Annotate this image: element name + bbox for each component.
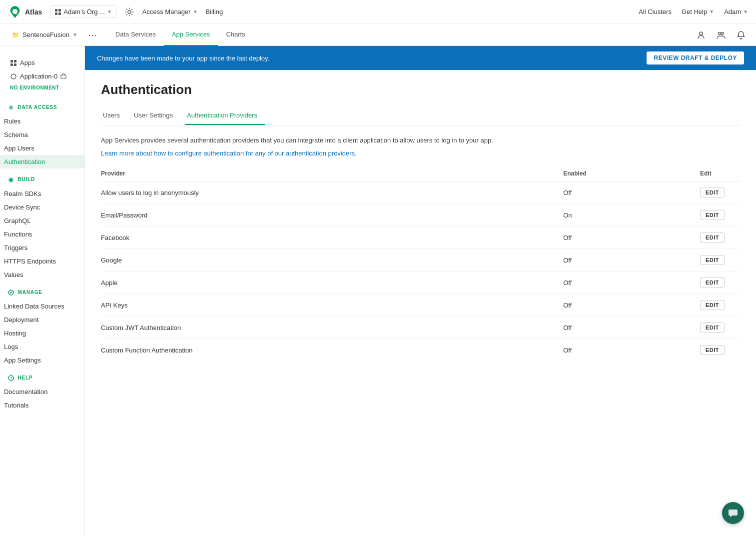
- apps-label: Apps: [20, 59, 35, 66]
- table-row: AppleOffEDIT: [101, 272, 740, 294]
- second-nav-tabs: Data Services App Services Charts: [107, 24, 253, 46]
- tab-app-services[interactable]: App Services: [164, 24, 218, 46]
- access-manager-menu[interactable]: Access Manager ▼: [142, 8, 198, 16]
- tab-user-settings[interactable]: User Settings: [132, 108, 181, 125]
- edit-cell: EDIT: [700, 204, 740, 226]
- sidebar-item-realm-sdks[interactable]: Realm SDKs: [0, 187, 84, 200]
- description-link-para: Learn more about how to configure authen…: [101, 148, 740, 158]
- sidebar-item-documentation[interactable]: Documentation: [0, 385, 84, 398]
- tab-charts[interactable]: Charts: [218, 24, 253, 46]
- person-icon[interactable]: [694, 28, 708, 42]
- sidebar-section-build: BUILD: [0, 168, 84, 186]
- people-icon[interactable]: [714, 28, 728, 42]
- svg-rect-10: [10, 64, 13, 66]
- provider-cell: Allow users to log in anonymously: [101, 182, 563, 204]
- tab-users[interactable]: Users: [101, 108, 128, 125]
- tab-authentication-providers[interactable]: Authentication Providers: [185, 108, 265, 125]
- manage-label: MANAGE: [6, 290, 78, 298]
- sidebar-section-manage: MANAGE: [0, 282, 84, 300]
- edit-button[interactable]: EDIT: [700, 255, 725, 265]
- provider-cell: Custom JWT Authentication: [101, 316, 563, 339]
- table-row: FacebookOffEDIT: [101, 226, 740, 249]
- sidebar-item-authentication[interactable]: Authentication: [0, 155, 84, 168]
- user-menu[interactable]: Adam ▼: [724, 8, 748, 16]
- page-title: Authentication: [101, 82, 740, 98]
- folder-icon: 📁: [12, 32, 19, 38]
- sidebar-item-rules[interactable]: Rules: [0, 114, 84, 128]
- svg-rect-2: [55, 12, 57, 15]
- sidebar-item-linked-data-sources[interactable]: Linked Data Sources: [0, 300, 84, 313]
- svg-rect-13: [61, 75, 66, 78]
- edit-button[interactable]: EDIT: [700, 322, 725, 332]
- enabled-cell: Off: [563, 272, 700, 294]
- edit-cell: EDIT: [700, 272, 740, 294]
- edit-button[interactable]: EDIT: [700, 188, 725, 198]
- sidebar-item-values[interactable]: Values: [0, 268, 84, 282]
- billing-link[interactable]: Billing: [206, 8, 223, 16]
- svg-rect-11: [14, 64, 16, 66]
- edit-cell: EDIT: [700, 249, 740, 272]
- data-access-label: DATA ACCESS: [6, 104, 78, 112]
- access-manager-label: Access Manager: [142, 8, 191, 16]
- chat-button[interactable]: [722, 502, 744, 524]
- all-clusters-link[interactable]: All Clusters: [639, 8, 672, 16]
- edit-cell: EDIT: [700, 339, 740, 362]
- svg-rect-8: [10, 60, 13, 62]
- auth-providers-table: Provider Enabled Edit Allow users to log…: [101, 166, 740, 361]
- edit-header: Edit: [700, 166, 740, 182]
- sidebar-item-app-settings[interactable]: App Settings: [0, 354, 84, 367]
- sidebar-item-deployment[interactable]: Deployment: [0, 313, 84, 326]
- sidebar-item-tutorials[interactable]: Tutorials: [0, 398, 84, 412]
- settings-icon[interactable]: [124, 7, 134, 17]
- sidebar-item-functions[interactable]: Functions: [0, 228, 84, 241]
- sidebar-item-apps[interactable]: Apps: [6, 56, 78, 70]
- edit-button[interactable]: EDIT: [700, 278, 725, 288]
- atlas-logo[interactable]: Atlas: [8, 5, 42, 19]
- sidebar-item-triggers[interactable]: Triggers: [0, 241, 84, 254]
- review-deploy-button[interactable]: REVIEW DRAFT & DEPLOY: [647, 52, 744, 64]
- banner-text: Changes have been made to your app since…: [97, 54, 639, 62]
- provider-cell: Facebook: [101, 226, 563, 249]
- sidebar-item-app-users[interactable]: App Users: [0, 142, 84, 155]
- table-row: GoogleOffEDIT: [101, 249, 740, 272]
- tab-data-services[interactable]: Data Services: [107, 24, 164, 46]
- svg-point-7: [722, 32, 724, 34]
- sidebar-app-name[interactable]: Application-0: [6, 70, 78, 83]
- sidebar-item-schema[interactable]: Schema: [0, 128, 84, 142]
- enabled-cell: Off: [563, 182, 700, 204]
- svg-point-4: [128, 10, 131, 14]
- no-environment[interactable]: NO ENVIRONMENT: [6, 83, 78, 94]
- sidebar-item-device-sync[interactable]: Device Sync: [0, 200, 84, 214]
- enabled-cell: Off: [563, 316, 700, 339]
- table-row: Email/PasswordOnEDIT: [101, 204, 740, 226]
- sidebar-item-graphql[interactable]: GraphQL: [0, 214, 84, 228]
- svg-rect-17: [9, 178, 12, 182]
- provider-cell: Custom Function Authentication: [101, 339, 563, 362]
- edit-button[interactable]: EDIT: [700, 210, 725, 220]
- main-content: Changes have been made to your app since…: [85, 46, 756, 536]
- svg-rect-0: [55, 9, 57, 12]
- table-row: Custom Function AuthenticationOffEDIT: [101, 339, 740, 362]
- app-selector[interactable]: 📁 SentenceFusion ▼: [8, 29, 81, 40]
- more-options-button[interactable]: ⋯: [85, 28, 99, 42]
- sidebar-section-help: ? HELP: [0, 367, 84, 385]
- edit-cell: EDIT: [700, 316, 740, 339]
- sidebar-item-logs[interactable]: Logs: [0, 340, 84, 354]
- edit-cell: EDIT: [700, 294, 740, 316]
- build-label: BUILD: [6, 176, 78, 184]
- org-selector[interactable]: Adam's Org ... ▼: [50, 6, 116, 18]
- provider-cell: Google: [101, 249, 563, 272]
- enabled-cell: On: [563, 204, 700, 226]
- edit-button[interactable]: EDIT: [700, 345, 725, 355]
- get-help-menu[interactable]: Get Help ▼: [682, 8, 714, 16]
- sidebar-item-https-endpoints[interactable]: HTTPS Endpoints: [0, 254, 84, 268]
- sidebar-item-hosting[interactable]: Hosting: [0, 326, 84, 340]
- table-header: Provider Enabled Edit: [101, 166, 740, 182]
- description-text: App Services provides several authentica…: [101, 136, 740, 146]
- learn-more-link[interactable]: Learn more about how to configure authen…: [101, 150, 357, 157]
- edit-button[interactable]: EDIT: [700, 300, 725, 310]
- svg-rect-3: [58, 12, 61, 15]
- bell-icon[interactable]: [734, 28, 748, 42]
- edit-button[interactable]: EDIT: [700, 232, 725, 242]
- layout: Apps Application-0 NO ENVIRONMENT DATA A…: [0, 46, 756, 536]
